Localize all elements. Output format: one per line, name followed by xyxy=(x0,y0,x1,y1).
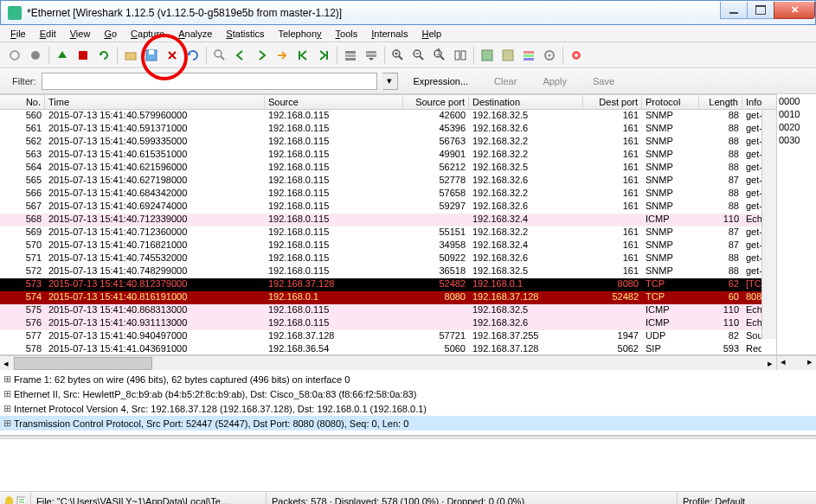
options-icon[interactable] xyxy=(26,46,45,65)
packet-row[interactable]: 5632015-07-13 15:41:40.615351000192.168.… xyxy=(0,149,761,162)
detail-row[interactable]: ⊞Internet Protocol Version 4, Src: 192.1… xyxy=(0,401,816,416)
hex-offset: 0000 xyxy=(779,96,814,109)
expert-info-icon[interactable] xyxy=(5,496,13,505)
packet-row[interactable]: 5722015-07-13 15:41:40.748299000192.168.… xyxy=(0,265,761,278)
scroll-thumb[interactable] xyxy=(14,357,152,370)
col-destination[interactable]: Destination xyxy=(469,95,583,109)
packet-list-vscroll[interactable] xyxy=(761,110,776,339)
expand-icon[interactable]: ⊞ xyxy=(3,403,14,414)
expand-icon[interactable]: ⊞ xyxy=(3,373,14,385)
zoom-out-icon[interactable] xyxy=(409,46,428,65)
filter-label: Filter: xyxy=(12,76,36,86)
zoom-reset-icon[interactable]: 1 xyxy=(430,46,449,65)
scroll-right-icon[interactable]: ▸ xyxy=(764,358,776,369)
close-file-icon[interactable] xyxy=(163,46,182,65)
packet-row[interactable]: 5692015-07-13 15:41:40.712360000192.168.… xyxy=(0,226,761,239)
packet-row[interactable]: 5622015-07-13 15:41:40.599335000192.168.… xyxy=(0,136,761,149)
filter-expression-button[interactable]: Expression... xyxy=(403,76,479,86)
packet-row[interactable]: 5642015-07-13 15:41:40.621596000192.168.… xyxy=(0,162,761,175)
col-protocol[interactable]: Protocol xyxy=(642,95,699,109)
capture-comment-icon[interactable] xyxy=(16,495,25,505)
coloring-rules-icon[interactable] xyxy=(519,46,538,65)
col-no[interactable]: No. xyxy=(0,95,45,109)
col-source-port[interactable]: Source port xyxy=(403,95,469,109)
packet-row[interactable]: 5682015-07-13 15:41:40.712339000192.168.… xyxy=(0,214,761,226)
packet-bytes-pane[interactable] xyxy=(0,439,816,491)
zoom-in-icon[interactable] xyxy=(389,46,408,65)
save-file-icon[interactable] xyxy=(142,46,161,65)
packet-row[interactable]: 5612015-07-13 15:41:40.591371000192.168.… xyxy=(0,123,761,136)
menu-edit[interactable]: Edit xyxy=(33,27,63,41)
goto-packet-icon[interactable] xyxy=(273,46,292,65)
expand-icon[interactable]: ⊞ xyxy=(3,388,14,399)
statusbar: File: "C:\Users\VASILY~1\AppData\Local\T… xyxy=(0,491,816,504)
restart-capture-icon[interactable] xyxy=(94,46,113,65)
packet-row[interactable]: 5742015-07-13 15:41:40.816191000192.168.… xyxy=(0,291,761,304)
status-profile[interactable]: Profile: Default xyxy=(678,492,816,504)
interfaces-icon[interactable] xyxy=(5,46,24,65)
packet-list-body[interactable]: 5602015-07-13 15:41:40.579960000192.168.… xyxy=(0,110,761,354)
menu-go[interactable]: Go xyxy=(97,27,124,41)
col-length[interactable]: Length xyxy=(699,95,742,109)
svg-rect-8 xyxy=(345,51,356,54)
window-title: *Ethernet [Wireshark 1.12.5 (v1.12.5-0-g… xyxy=(27,7,721,19)
packet-row[interactable]: 5762015-07-13 15:41:40.931113000192.168.… xyxy=(0,317,761,330)
filter-save-button[interactable]: Save xyxy=(582,76,625,86)
col-source[interactable]: Source xyxy=(265,95,403,109)
menu-statistics[interactable]: Statistics xyxy=(219,27,271,41)
detail-row[interactable]: ⊞Frame 1: 62 bytes on wire (496 bits), 6… xyxy=(0,372,816,386)
packet-row[interactable]: 5772015-07-13 15:41:40.940497000192.168.… xyxy=(0,330,761,343)
packet-details-pane[interactable]: ⊞Frame 1: 62 bytes on wire (496 bits), 6… xyxy=(0,370,816,436)
menu-analyze[interactable]: Analyze xyxy=(171,27,219,41)
packet-row[interactable]: 5662015-07-13 15:41:40.684342000192.168.… xyxy=(0,188,761,201)
packet-row[interactable]: 5782015-07-13 15:41:41.043691000192.168.… xyxy=(0,343,761,354)
packet-row[interactable]: 5652015-07-13 15:41:40.627198000192.168.… xyxy=(0,175,761,188)
hex-scroll-right-icon[interactable]: ▸ xyxy=(804,356,816,370)
close-button[interactable] xyxy=(774,2,815,19)
packet-row[interactable]: 5602015-07-13 15:41:40.579960000192.168.… xyxy=(0,110,761,123)
autoscroll-icon[interactable] xyxy=(362,46,381,65)
menu-file[interactable]: File xyxy=(3,27,33,41)
goto-last-icon[interactable] xyxy=(314,46,333,65)
start-capture-icon[interactable] xyxy=(53,46,72,65)
stop-capture-icon[interactable] xyxy=(74,46,93,65)
menu-internals[interactable]: Internals xyxy=(364,27,414,41)
minimize-button[interactable] xyxy=(720,2,748,19)
find-icon[interactable] xyxy=(210,46,229,65)
menu-view[interactable]: View xyxy=(63,27,98,41)
packet-row[interactable]: 5712015-07-13 15:41:40.745532000192.168.… xyxy=(0,252,761,265)
reload-icon[interactable] xyxy=(183,46,202,65)
menu-capture[interactable]: Capture xyxy=(124,27,171,41)
menu-tools[interactable]: Tools xyxy=(329,27,365,41)
packet-row[interactable]: 5732015-07-13 15:41:40.812379000192.168.… xyxy=(0,278,761,291)
expand-icon[interactable]: ⊞ xyxy=(3,418,14,429)
svg-point-6 xyxy=(215,50,222,57)
preferences-icon[interactable] xyxy=(540,46,559,65)
packet-list-hscroll[interactable]: ◂ ▸ ◂ ▸ xyxy=(0,355,816,370)
help-icon[interactable] xyxy=(567,46,586,65)
maximize-button[interactable] xyxy=(747,2,774,19)
hex-scroll-left-icon[interactable]: ◂ xyxy=(777,356,789,370)
filter-clear-button[interactable]: Clear xyxy=(484,76,527,86)
filter-input[interactable] xyxy=(42,73,377,90)
menu-telephony[interactable]: Telephony xyxy=(271,27,328,41)
display-filters-icon[interactable] xyxy=(498,46,517,65)
col-time[interactable]: Time xyxy=(45,95,265,109)
capture-filters-icon[interactable] xyxy=(478,46,497,65)
goto-first-icon[interactable] xyxy=(293,46,312,65)
scroll-left-icon[interactable]: ◂ xyxy=(0,358,12,369)
packet-row[interactable]: 5672015-07-13 15:41:40.692474000192.168.… xyxy=(0,201,761,214)
go-back-icon[interactable] xyxy=(231,46,250,65)
packet-row[interactable]: 5702015-07-13 15:41:40.716821000192.168.… xyxy=(0,239,761,252)
filter-dropdown-icon[interactable]: ▾ xyxy=(382,73,398,90)
detail-row[interactable]: ⊞Transmission Control Protocol, Src Port… xyxy=(0,416,816,431)
col-dest-port[interactable]: Dest port xyxy=(583,95,642,109)
filter-apply-button[interactable]: Apply xyxy=(532,76,577,86)
open-file-icon[interactable] xyxy=(121,46,140,65)
resize-columns-icon[interactable] xyxy=(451,46,470,65)
colorize-icon[interactable] xyxy=(341,46,360,65)
menu-help[interactable]: Help xyxy=(414,27,448,41)
detail-row[interactable]: ⊞Ethernet II, Src: HewlettP_8c:b9:ab (b4… xyxy=(0,386,816,401)
go-forward-icon[interactable] xyxy=(252,46,271,65)
packet-row[interactable]: 5752015-07-13 15:41:40.868313000192.168.… xyxy=(0,304,761,317)
